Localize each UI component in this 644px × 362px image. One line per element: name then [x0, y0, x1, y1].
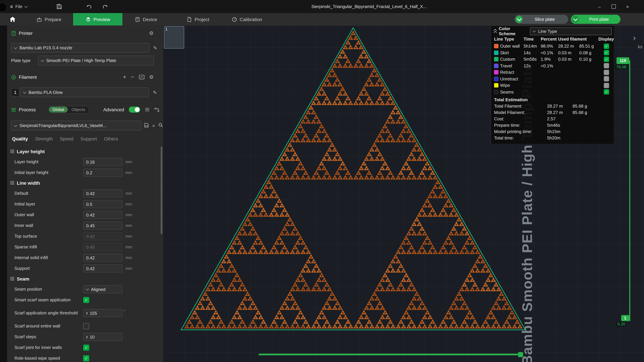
checkbox[interactable]: ✓ [83, 297, 89, 303]
value-input[interactable]: ▴▾155 [83, 309, 122, 317]
checkbox[interactable]: ✓ [83, 345, 89, 351]
checkbox[interactable]: ✓ [83, 355, 89, 361]
value-input[interactable]: 0.42 [83, 211, 122, 219]
line-type-label: Skirt [500, 50, 509, 55]
param-control: 0.5mm [83, 200, 132, 208]
tab-preview[interactable]: Preview [73, 13, 122, 25]
filament-preset-dropdown[interactable]: Bambu PLA Glow [20, 87, 149, 97]
process-scope-toggle[interactable]: Global Objects [48, 106, 89, 113]
section-header[interactable]: Layer height [7, 146, 163, 157]
viewport-3d[interactable]: Bambu Smooth PEI Plate / High Temp Plate… [163, 25, 644, 362]
tab-others[interactable]: Others [104, 136, 118, 141]
param-tab-bar: Quality Strength Speed Support Others [7, 135, 163, 142]
move-slider-track[interactable] [258, 354, 520, 355]
home-button[interactable] [10, 13, 16, 25]
value-input[interactable]: 0.42 [83, 232, 122, 240]
filament-edit-icon[interactable]: ✎ [153, 90, 157, 95]
tab-calibration[interactable]: Calibration [222, 13, 272, 25]
maximize-button[interactable] [608, 0, 618, 13]
spinner-arrows-icon[interactable]: ▴▾ [86, 335, 88, 339]
param-label: Smart scarf seam application [14, 297, 83, 303]
plate-type-label: Plate type [11, 58, 30, 63]
file-menu[interactable]: ≡ File [10, 0, 27, 13]
value-input[interactable]: 0.45 [83, 243, 122, 251]
sidebar-scrollbar[interactable] [161, 146, 162, 234]
display-checkbox[interactable]: ✓ [604, 50, 609, 55]
legend-name-cell: Travel [494, 63, 524, 68]
unit-label: ° [124, 309, 126, 314]
value-input[interactable]: 0.16 [83, 158, 122, 166]
tab-device[interactable]: Device [124, 13, 168, 25]
display-checkbox[interactable] [604, 76, 609, 82]
layer-slider-bottom-handle[interactable]: 1 [621, 315, 629, 321]
tab-project[interactable]: Project [176, 13, 220, 25]
printer-settings-gear-icon[interactable]: ⚙ [149, 30, 154, 36]
close-button[interactable]: × [622, 0, 632, 13]
save-button[interactable] [56, 0, 62, 13]
plate-type-dropdown[interactable]: Smooth PEI Plate / High Temp Plate [38, 56, 154, 65]
layer-slider-track[interactable] [629, 60, 630, 321]
display-checkbox[interactable] [604, 70, 609, 75]
tab-quality[interactable]: Quality [12, 136, 28, 141]
spinner-arrows-icon[interactable]: ▴▾ [86, 311, 88, 315]
save-preset-button[interactable] [144, 122, 149, 129]
param-control: 0.42mm [83, 265, 132, 273]
section-header[interactable]: Line width [7, 178, 163, 188]
advanced-toggle[interactable] [129, 107, 140, 113]
total-row: Model printing time:5h15m [492, 128, 614, 135]
avatar[interactable] [0, 3, 7, 12]
scope-global[interactable]: Global [49, 107, 68, 113]
value-input[interactable]: 0.45 [83, 222, 122, 230]
ams-sync-icon[interactable] [139, 75, 144, 79]
param-value: 0.16 [86, 159, 95, 164]
legend-row: Outer wall5h14m98.0%28.22 m85.51 g✓ [492, 43, 614, 49]
plate-thumbnail[interactable]: 1 [164, 26, 184, 49]
dropdown[interactable]: Aligned [83, 285, 122, 293]
view-mode-dropdown[interactable]: Line Type [530, 27, 612, 35]
collapse-legend-icon[interactable] [494, 29, 496, 34]
scope-objects[interactable]: Objects [68, 107, 89, 113]
value-input[interactable]: 0.42 [83, 189, 122, 197]
add-filament-button[interactable]: + [123, 74, 126, 80]
display-checkbox[interactable] [604, 83, 609, 88]
display-checkbox[interactable]: ✓ [604, 57, 609, 62]
line-type-label: Outer wall [500, 44, 520, 49]
printer-edit-icon[interactable]: ✎ [153, 45, 157, 50]
display-checkbox[interactable]: ✓ [604, 89, 609, 95]
section-header[interactable]: Seam [7, 274, 163, 284]
printer-preset-dropdown[interactable]: Bambu Lab P1S 0.4 nozzle [11, 43, 149, 53]
move-slider-handle[interactable] [518, 352, 523, 357]
line-type-label: Retract [500, 70, 514, 75]
parameter-list-icon[interactable] [145, 108, 150, 112]
param-value: 0.45 [86, 245, 95, 250]
layer-slider-top-handle[interactable]: 119 [616, 57, 629, 64]
checkbox[interactable] [83, 323, 89, 329]
redo-button[interactable] [102, 0, 108, 13]
display-checkbox[interactable] [604, 63, 609, 68]
value-input[interactable]: ▴▾10 [83, 333, 122, 341]
minimize-button[interactable]: – [594, 0, 604, 13]
delete-preset-icon[interactable]: × [152, 123, 155, 128]
value-input[interactable]: 0.5 [83, 200, 122, 208]
tab-support[interactable]: Support [80, 136, 97, 141]
display-checkbox[interactable]: ✓ [604, 43, 609, 49]
process-tree-icon[interactable] [154, 107, 160, 112]
value-input[interactable]: 0.42 [83, 265, 122, 273]
value-input[interactable]: 0.42 [83, 254, 122, 262]
tab-prepare[interactable]: Prepare [27, 13, 71, 25]
filament-settings-gear-icon[interactable]: ⚙ [149, 74, 154, 80]
filament-slot-badge[interactable]: 1 [11, 88, 20, 96]
slice-plate-button[interactable]: Slice plate [514, 15, 568, 24]
search-preset-button[interactable] [158, 123, 163, 128]
print-plate-button[interactable]: Print plate [571, 15, 620, 24]
remove-filament-button[interactable]: − [131, 74, 134, 80]
undo-button[interactable] [86, 0, 92, 13]
tab-strength[interactable]: Strength [35, 136, 53, 141]
col-percent: Percent [541, 36, 558, 41]
slice-dropdown-icon[interactable] [516, 16, 522, 23]
tab-speed[interactable]: Speed [60, 136, 74, 141]
process-preset-dropdown[interactable]: SierpinskiTriangularBipyramidLVL6_VaseM.… [11, 121, 141, 130]
panel-collapse-arrow-icon[interactable] [632, 35, 635, 41]
value-input[interactable]: 0.2 [83, 169, 122, 177]
print-dropdown-icon[interactable] [572, 16, 579, 23]
